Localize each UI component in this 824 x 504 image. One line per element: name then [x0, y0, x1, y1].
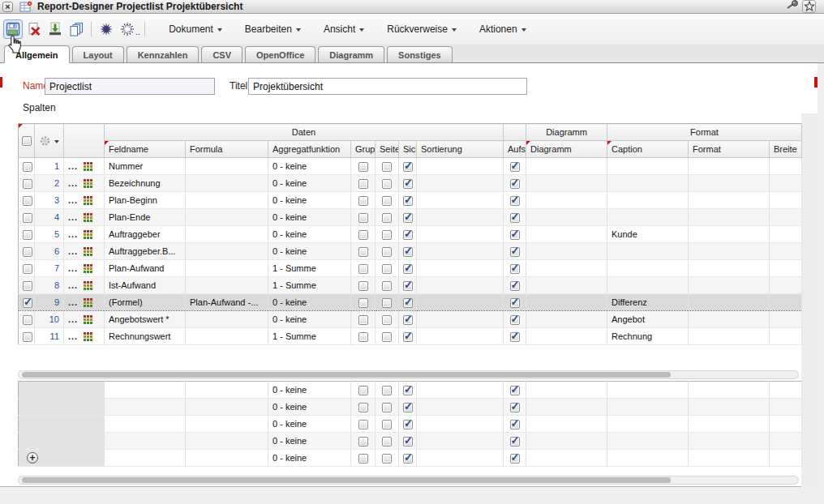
add-row-button[interactable]: +	[27, 452, 38, 463]
close-icon[interactable]: ×	[2, 2, 13, 12]
sicht-checkbox[interactable]	[403, 332, 413, 342]
breite-cell[interactable]	[770, 382, 802, 399]
column-header-sortierung[interactable]: Sortierung	[417, 141, 504, 158]
aufs-checkbox[interactable]	[510, 315, 520, 325]
scrollbar-thumb[interactable]	[22, 372, 671, 378]
grup-checkbox[interactable]	[358, 247, 368, 257]
sortierung-cell[interactable]	[417, 243, 504, 260]
row-number[interactable]: 1	[35, 158, 64, 175]
diagramm-cell[interactable]	[526, 209, 607, 226]
row-select-checkbox[interactable]	[23, 298, 32, 308]
sicht-checkbox[interactable]	[403, 454, 413, 463]
format-cell[interactable]	[689, 209, 770, 226]
sicht-checkbox[interactable]	[403, 437, 413, 446]
ellipsis-button[interactable]: ...	[68, 195, 78, 205]
sicht-checkbox[interactable]	[403, 247, 413, 257]
grup-checkbox[interactable]	[358, 437, 368, 446]
format-cell[interactable]	[689, 416, 770, 433]
feldname-cell[interactable]: Auftraggeber	[105, 226, 186, 243]
column-header-feldname[interactable]: Feldname	[105, 141, 186, 158]
caption-cell[interactable]	[607, 382, 689, 399]
format-cell[interactable]	[689, 260, 770, 277]
diagramm-cell[interactable]	[526, 243, 607, 260]
seite-checkbox[interactable]	[382, 315, 392, 325]
sortierung-cell[interactable]	[417, 433, 504, 450]
formula-cell[interactable]	[186, 277, 268, 294]
aufs-checkbox[interactable]	[510, 196, 520, 206]
caption-cell[interactable]	[607, 158, 689, 175]
tab-sonstiges[interactable]: Sonstiges	[387, 46, 453, 63]
grup-checkbox[interactable]	[358, 454, 368, 463]
caption-cell[interactable]	[607, 192, 689, 209]
aggregat-cell[interactable]: 0 - keine	[268, 209, 351, 226]
breite-cell[interactable]	[770, 158, 802, 175]
row-select-checkbox[interactable]	[23, 315, 32, 325]
column-header-diagramm[interactable]: Diagramm	[526, 141, 607, 158]
caption-cell[interactable]: Differenz	[607, 294, 689, 311]
aufs-checkbox[interactable]	[510, 281, 520, 291]
aufs-checkbox[interactable]	[510, 230, 520, 240]
row-select-checkbox[interactable]	[23, 332, 32, 342]
ellipsis-button[interactable]: ...	[68, 246, 78, 256]
grup-checkbox[interactable]	[358, 179, 368, 189]
caption-cell[interactable]: Rechnung	[607, 328, 689, 345]
format-cell[interactable]	[689, 328, 770, 345]
diagramm-cell[interactable]	[526, 328, 607, 345]
colored-grid-icon[interactable]	[84, 298, 92, 307]
aggregat-cell[interactable]: 0 - keine	[268, 382, 351, 399]
feldname-cell[interactable]: Plan-Aufwand	[105, 260, 186, 277]
ellipsis-button[interactable]: ...	[68, 280, 78, 290]
row-number[interactable]: 6	[35, 243, 64, 260]
formula-cell[interactable]	[186, 175, 268, 192]
row-number[interactable]: 11	[35, 328, 64, 345]
aggregat-cell[interactable]: 0 - keine	[268, 399, 351, 416]
grup-checkbox[interactable]	[358, 281, 368, 291]
breite-cell[interactable]	[770, 277, 802, 294]
seite-checkbox[interactable]	[382, 281, 392, 291]
format-cell[interactable]	[689, 175, 770, 192]
format-cell[interactable]	[689, 192, 770, 209]
grup-checkbox[interactable]	[358, 213, 368, 223]
grup-checkbox[interactable]	[358, 315, 368, 325]
formula-cell[interactable]	[186, 433, 268, 450]
sortierung-cell[interactable]	[417, 399, 504, 416]
breite-cell[interactable]	[770, 260, 802, 277]
column-header-breite[interactable]: Breite	[770, 141, 802, 158]
sortierung-cell[interactable]	[417, 226, 504, 243]
format-cell[interactable]	[689, 277, 770, 294]
format-cell[interactable]	[689, 399, 770, 416]
colored-grid-icon[interactable]	[84, 332, 92, 341]
row-number[interactable]: 2	[35, 175, 64, 192]
ellipsis-button[interactable]: ...	[68, 331, 78, 341]
import-button[interactable]	[45, 19, 65, 39]
aufs-checkbox[interactable]	[510, 162, 520, 172]
menu-bearbeiten[interactable]: Bearbeiten	[245, 23, 301, 35]
sicht-checkbox[interactable]	[403, 196, 413, 206]
row-select-checkbox[interactable]	[23, 247, 32, 257]
sortierung-cell[interactable]	[417, 450, 504, 467]
feldname-cell[interactable]: Ist-Aufwand	[105, 277, 186, 294]
column-header-aufs[interactable]: Aufs	[504, 141, 526, 158]
column-header-sicht[interactable]: Sicht	[399, 141, 417, 158]
breite-cell[interactable]	[770, 192, 802, 209]
grup-checkbox[interactable]	[358, 264, 368, 274]
aggregat-cell[interactable]: 0 - keine	[268, 433, 351, 450]
tab-layout[interactable]: Layout	[72, 46, 124, 63]
sicht-checkbox[interactable]	[403, 315, 413, 325]
run-report-button[interactable]	[97, 19, 116, 39]
diagramm-cell[interactable]	[526, 311, 607, 328]
row-number[interactable]: 3	[35, 192, 64, 209]
aggregat-cell[interactable]: 0 - keine	[268, 175, 351, 192]
colored-grid-icon[interactable]	[84, 179, 92, 188]
format-cell[interactable]	[689, 243, 770, 260]
sortierung-cell[interactable]	[417, 416, 504, 433]
sortierung-cell[interactable]	[417, 311, 504, 328]
row-select-checkbox[interactable]	[23, 179, 32, 189]
format-cell[interactable]	[689, 433, 770, 450]
row-number[interactable]: 10	[35, 311, 64, 328]
breite-cell[interactable]	[770, 175, 802, 192]
feldname-cell[interactable]: Plan-Ende	[105, 209, 186, 226]
seite-checkbox[interactable]	[382, 230, 392, 240]
colored-grid-icon[interactable]	[84, 281, 92, 290]
diagramm-cell[interactable]	[526, 399, 607, 416]
